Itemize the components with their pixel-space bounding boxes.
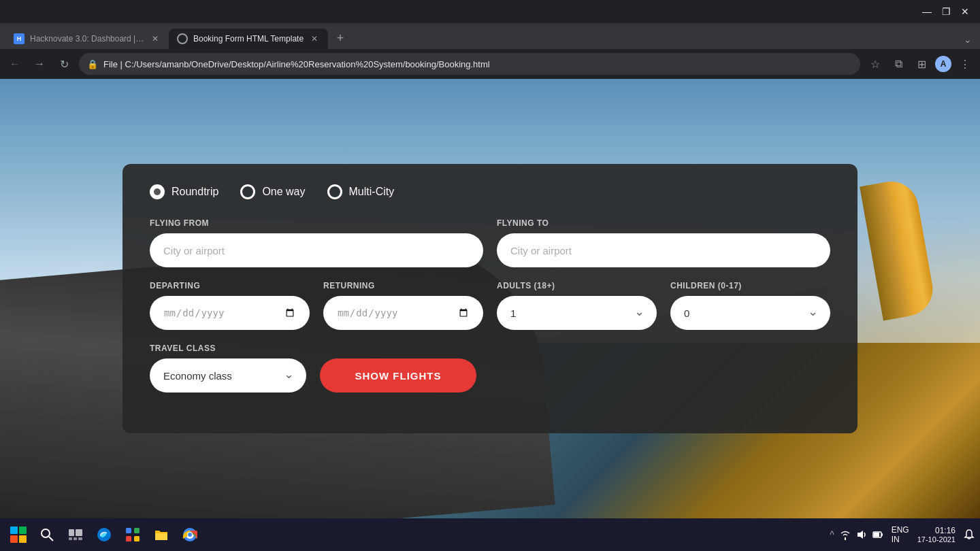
oneway-label: One way [262, 186, 305, 198]
chrome-apps-icon [125, 527, 140, 542]
children-label: CHILDREN (0-17) [670, 281, 830, 290]
chrome-icon [182, 527, 197, 542]
search-taskbar-button[interactable] [34, 522, 60, 548]
title-bar: — ❐ ✕ [0, 0, 980, 23]
notification-icon[interactable] [964, 529, 975, 540]
tab-hacknovate-close[interactable]: ✕ [150, 33, 161, 44]
show-flights-button[interactable]: SHOW FLIGHTS [320, 358, 476, 393]
address-text: File | C:/Users/amanb/OneDrive/Desktop/A… [103, 59, 852, 69]
multicity-option[interactable]: Multi-City [327, 184, 395, 199]
taskview-button[interactable] [63, 522, 88, 548]
close-button[interactable]: ✕ [956, 2, 975, 21]
address-bar[interactable]: 🔒 File | C:/Users/amanb/OneDrive/Desktop… [79, 53, 860, 75]
adults-select[interactable]: 1 2 3 4 5 [497, 296, 657, 330]
multicity-radio[interactable] [327, 184, 342, 199]
language-display: ENG IN [892, 525, 909, 544]
clock-area: 01:16 17-10-2021 [917, 526, 956, 544]
tab-hacknovate[interactable]: H Hacknovate 3.0: Dashboard | Dev... ✕ [5, 29, 169, 49]
travel-class-group: TRAVEL CLASS Economy class Business clas… [150, 344, 306, 393]
returning-group: RETURNING [323, 281, 483, 330]
chrome-apps-button[interactable] [120, 522, 146, 548]
departing-input[interactable] [150, 296, 310, 330]
address-bar-row: ← → ↻ 🔒 File | C:/Users/amanb/OneDrive/D… [0, 49, 980, 79]
multicity-label: Multi-City [349, 186, 395, 198]
clock-time: 01:16 [917, 526, 956, 535]
oneway-option[interactable]: One way [240, 184, 305, 199]
tab-search-button[interactable]: ⌄ [961, 33, 975, 46]
files-icon [154, 528, 169, 541]
airports-row: FLYING FROM FLYNING TO [150, 218, 830, 267]
roundtrip-radio[interactable] [150, 184, 165, 199]
network-icon [840, 529, 851, 540]
airplane-wing-tip [860, 178, 937, 321]
clock-date: 17-10-2021 [917, 535, 956, 544]
hacknovate-favicon: H [14, 33, 24, 44]
menu-button[interactable]: ⋮ [956, 54, 975, 73]
extensions2-button[interactable]: ⊞ [912, 54, 931, 73]
flying-from-input[interactable] [150, 233, 483, 267]
maximize-button[interactable]: ❐ [936, 2, 956, 21]
tab-booking[interactable]: Booking Form HTML Template ✕ [169, 29, 328, 49]
tab-bar-right: ⌄ [956, 33, 980, 46]
edge-button[interactable] [91, 522, 117, 548]
svg-rect-2 [69, 529, 74, 536]
class-action-row: TRAVEL CLASS Economy class Business clas… [150, 344, 830, 393]
tab-booking-close[interactable]: ✕ [309, 33, 320, 44]
minimize-button[interactable]: — [917, 2, 936, 21]
chevron-tray-icon[interactable]: ^ [830, 529, 834, 540]
show-flights-group: SHOW FLIGHTS [320, 358, 476, 393]
booking-favicon [177, 33, 188, 44]
address-bar-right: ☆ ⧉ ⊞ A ⋮ [866, 54, 975, 73]
departing-group: DEPARTING [150, 281, 310, 330]
svg-point-0 [42, 529, 50, 537]
address-lock-icon: 🔒 [87, 59, 98, 69]
booking-form: Roundtrip One way Multi-City FLYING FROM… [122, 164, 858, 433]
taskbar-left [5, 522, 203, 548]
roundtrip-option[interactable]: Roundtrip [150, 184, 218, 199]
returning-label: RETURNING [323, 281, 483, 290]
flying-to-input[interactable] [497, 233, 830, 267]
flying-from-label: FLYING FROM [150, 218, 483, 228]
taskbar-right: ^ ENG IN 01:16 17-10-2021 [830, 525, 975, 544]
dates-passengers-row: DEPARTING RETURNING ADULTS (18+) 1 2 3 4… [150, 281, 830, 330]
account-avatar[interactable]: A [935, 56, 951, 72]
returning-input[interactable] [323, 296, 483, 330]
children-select[interactable]: 0 1 2 3 [670, 296, 830, 330]
new-tab-button[interactable]: + [331, 29, 350, 48]
windows-logo [10, 527, 27, 543]
taskview-icon [69, 529, 82, 540]
svg-rect-11 [134, 536, 140, 541]
reload-button[interactable]: ↻ [54, 54, 74, 73]
start-button[interactable] [5, 522, 31, 548]
flying-to-group: FLYNING TO [497, 218, 830, 267]
travel-class-select-wrapper: Economy class Business class First class [150, 358, 306, 393]
svg-point-15 [188, 533, 192, 537]
oneway-radio[interactable] [240, 184, 255, 199]
system-tray: ^ [830, 529, 883, 540]
bookmark-button[interactable]: ☆ [866, 54, 885, 73]
chrome-button[interactable] [177, 522, 203, 548]
forward-button[interactable]: → [30, 54, 49, 73]
speaker-icon [856, 529, 867, 540]
browser-chrome: — ❐ ✕ H Hacknovate 3.0: Dashboard | Dev.… [0, 0, 980, 79]
svg-rect-4 [69, 537, 72, 540]
svg-marker-16 [858, 531, 863, 539]
svg-rect-19 [881, 533, 883, 536]
svg-line-1 [49, 537, 53, 541]
files-button[interactable] [148, 522, 174, 548]
battery-icon [872, 529, 883, 540]
svg-rect-10 [126, 536, 131, 541]
children-group: CHILDREN (0-17) 0 1 2 3 [670, 281, 830, 330]
travel-class-select[interactable]: Economy class Business class First class [150, 358, 306, 393]
children-select-wrapper: 0 1 2 3 [670, 296, 830, 330]
svg-rect-6 [78, 537, 82, 540]
taskbar: ^ ENG IN 01:16 17-10-2021 [0, 518, 980, 551]
back-button[interactable]: ← [5, 54, 24, 73]
trip-type-row: Roundtrip One way Multi-City [150, 184, 830, 199]
tab-hacknovate-label: Hacknovate 3.0: Dashboard | Dev... [30, 34, 144, 44]
search-taskbar-icon [40, 528, 54, 541]
flying-to-label: FLYNING TO [497, 218, 830, 228]
extensions-button[interactable]: ⧉ [889, 54, 908, 73]
tab-booking-label: Booking Form HTML Template [193, 34, 304, 44]
adults-label: ADULTS (18+) [497, 281, 657, 290]
